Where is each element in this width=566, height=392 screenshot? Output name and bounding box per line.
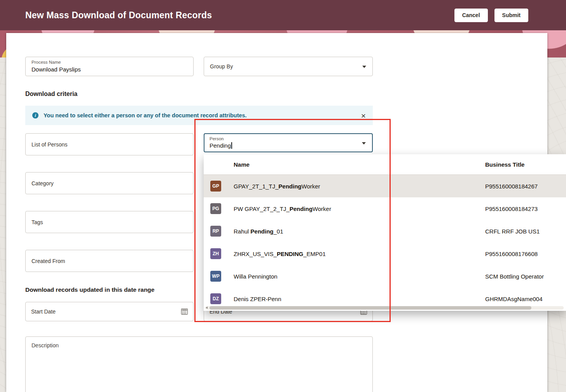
created-from-label: Created From — [31, 258, 65, 264]
chevron-down-icon — [362, 66, 366, 68]
person-results-panel: Name Business Title GP GPAY_2T_1_TJ_Pend… — [204, 154, 566, 311]
description-label: Description — [31, 342, 59, 348]
column-header-business-title: Business Title — [485, 161, 524, 168]
avatar: GP — [210, 181, 221, 192]
info-icon: i — [32, 112, 38, 118]
avatar: PG — [210, 203, 221, 214]
tags-label: Tags — [31, 219, 43, 225]
person-result-row[interactable]: GP GPAY_2T_1_TJ_PendingWorker P955160008… — [204, 175, 566, 197]
scroll-left-icon[interactable] — [206, 307, 208, 309]
page-title: New Mass Download of Document Records — [25, 10, 212, 21]
business-title: SCM Bottling Operator — [485, 273, 544, 280]
cancel-button[interactable]: Cancel — [454, 9, 488, 22]
start-date-field[interactable]: Start Date — [25, 302, 194, 321]
person-result-row[interactable]: ZH ZHRX_US_VIS_PENDING_EMP01 P9551600081… — [204, 242, 566, 265]
person-search-field[interactable]: Person Pending — [204, 133, 373, 152]
info-banner: i You need to select either a person or … — [25, 106, 373, 125]
avatar: WP — [210, 271, 221, 282]
process-name-field[interactable]: Process Name Download Payslips — [25, 57, 194, 76]
scrollbar-thumb[interactable] — [210, 306, 531, 310]
person-results-list: GP GPAY_2T_1_TJ_PendingWorker P955160008… — [204, 175, 566, 310]
download-criteria-heading: Download criteria — [25, 91, 77, 98]
group-by-select[interactable]: Group By — [204, 57, 373, 76]
person-name: Denis ZPER-Penn — [234, 296, 281, 302]
process-name-label: Process Name — [31, 60, 61, 64]
start-date-label: Start Date — [31, 308, 56, 315]
process-name-value: Download Payslips — [31, 66, 81, 73]
category-field[interactable]: Category — [25, 172, 194, 194]
person-search-input[interactable]: Pending — [210, 142, 232, 149]
group-by-label: Group By — [210, 63, 233, 70]
person-result-row[interactable]: WP Willa Pennington SCM Bottling Operato… — [204, 265, 566, 287]
info-banner-text: You need to select either a person or an… — [44, 112, 247, 118]
category-label: Category — [31, 180, 54, 186]
close-icon[interactable]: × — [361, 112, 366, 120]
avatar: DZ — [210, 293, 221, 304]
business-title: P955160008184273 — [485, 206, 538, 212]
business-title: P955160008176608 — [485, 251, 538, 257]
person-name: Willa Pennington — [234, 273, 278, 280]
submit-button[interactable]: Submit — [494, 9, 528, 22]
person-name: Rahul Pending_01 — [234, 228, 283, 235]
business-title: CRFL RRF JOB US1 — [485, 228, 540, 235]
calendar-icon[interactable] — [181, 308, 188, 315]
person-name: ZHRX_US_VIS_PENDING_EMP01 — [234, 251, 326, 257]
app-header: New Mass Download of Document Records Ca… — [0, 0, 566, 30]
results-header-row: Name Business Title — [204, 154, 566, 175]
business-title: P955160008184267 — [485, 183, 538, 190]
tags-field[interactable]: Tags — [25, 211, 194, 233]
description-field[interactable]: Description — [25, 336, 373, 392]
avatar: ZH — [210, 248, 221, 259]
horizontal-scrollbar[interactable] — [205, 306, 564, 310]
chevron-down-icon[interactable] — [362, 142, 366, 145]
person-query-text: Pending — [210, 142, 231, 149]
text-cursor — [231, 142, 232, 149]
person-result-row[interactable]: PG PW GPAY_2T_2_TJ_PendingWorker P955160… — [204, 197, 566, 220]
person-result-row[interactable]: RP Rahul Pending_01 CRFL RRF JOB US1 — [204, 220, 566, 242]
created-from-field[interactable]: Created From — [25, 250, 194, 272]
person-name: GPAY_2T_1_TJ_PendingWorker — [234, 183, 320, 190]
header-actions: Cancel Submit — [454, 9, 528, 22]
list-of-persons-label: List of Persons — [31, 141, 68, 148]
column-header-name: Name — [234, 161, 250, 168]
business-title: GHRMDAsgName004 — [485, 296, 543, 302]
person-name: PW GPAY_2T_2_TJ_PendingWorker — [234, 206, 331, 212]
person-field-label: Person — [210, 136, 224, 141]
date-range-heading: Download records updated in this date ra… — [25, 286, 154, 293]
avatar: RP — [210, 226, 221, 237]
page: New Mass Download of Document Records Ca… — [0, 0, 566, 392]
list-of-persons-field[interactable]: List of Persons — [25, 133, 194, 155]
